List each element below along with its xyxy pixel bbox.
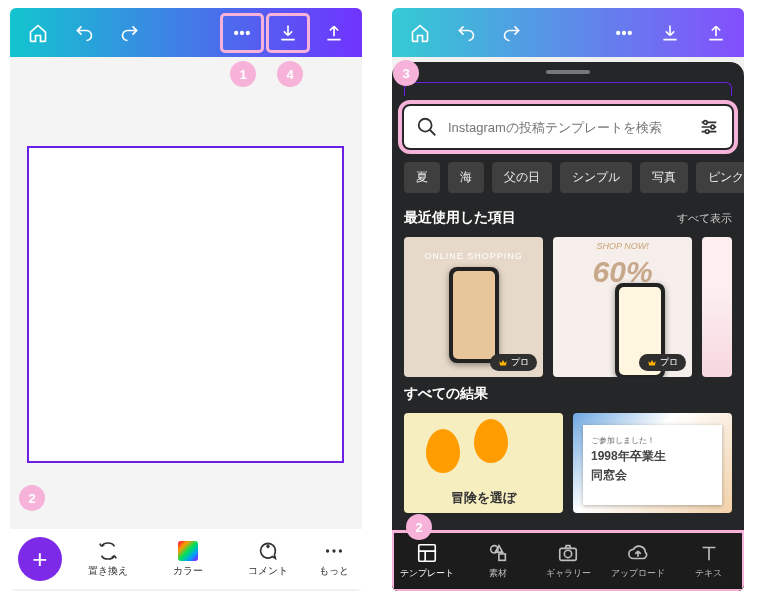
section-title: 最近使用した項目: [404, 209, 516, 227]
drag-handle[interactable]: [546, 70, 590, 74]
search-icon: [416, 116, 438, 138]
section-title: すべての結果: [404, 385, 488, 403]
pro-badge: プロ: [639, 354, 686, 371]
svg-point-5: [339, 549, 342, 552]
balloon-icon: [426, 429, 460, 473]
topbar: [10, 8, 362, 57]
more-icon[interactable]: [604, 15, 644, 51]
callout-2-right: 2: [406, 514, 432, 540]
nav-text[interactable]: テキス: [674, 531, 744, 591]
editor-screen: + 置き換え カラー コメント もっと: [10, 8, 362, 591]
home-icon[interactable]: [18, 15, 58, 51]
share-icon[interactable]: [696, 15, 736, 51]
add-button[interactable]: +: [18, 537, 62, 581]
nav-elements[interactable]: 素材: [462, 531, 532, 591]
redo-icon[interactable]: [110, 15, 150, 51]
color-icon: [177, 540, 199, 562]
callout-3: 3: [393, 60, 419, 86]
bottom-toolbar: + 置き換え カラー コメント もっと: [10, 529, 362, 589]
topbar: [392, 8, 744, 57]
share-icon[interactable]: [314, 15, 354, 51]
text-icon: [698, 542, 720, 564]
chip[interactable]: ピンク: [696, 162, 744, 193]
svg-point-4: [332, 549, 335, 552]
bottom-nav: テンプレート 素材 ギャラリー アップロード テキス: [392, 531, 744, 591]
template-thumb[interactable]: ONLINE SHOPPING プロ: [404, 237, 543, 377]
undo-icon[interactable]: [64, 15, 104, 51]
section-results: すべての結果 冒険を選ぼ ご参加しました！ 1998年卒業生 同窓会: [392, 377, 744, 513]
swap-icon: [97, 540, 119, 562]
chip[interactable]: 海: [448, 162, 484, 193]
chip[interactable]: 夏: [404, 162, 440, 193]
svg-point-12: [705, 130, 709, 134]
undo-icon[interactable]: [446, 15, 486, 51]
templates-screen: 夏 海 父の日 シンプル 写真 ピンク 最近使用した項目 すべて表示 ONLIN…: [392, 8, 744, 591]
balloon-icon: [474, 419, 508, 463]
callout-4: 4: [277, 61, 303, 87]
nav-templates[interactable]: テンプレート: [392, 531, 462, 591]
svg-point-11: [711, 125, 715, 129]
toolbar-item-color[interactable]: カラー: [155, 540, 221, 578]
more-icon[interactable]: [222, 15, 262, 51]
comment-icon: [257, 540, 279, 562]
template-icon: [416, 542, 438, 564]
see-all-link[interactable]: すべて表示: [677, 211, 732, 226]
download-icon[interactable]: [650, 15, 690, 51]
search-input[interactable]: [448, 120, 688, 135]
chip[interactable]: 父の日: [492, 162, 552, 193]
home-icon[interactable]: [400, 15, 440, 51]
canvas-area: [10, 57, 362, 529]
svg-point-10: [704, 121, 708, 125]
svg-point-0: [235, 31, 238, 34]
section-recent: 最近使用した項目 すべて表示 ONLINE SHOPPING プロ SHOP N…: [392, 201, 744, 377]
svg-point-8: [629, 31, 632, 34]
nav-upload[interactable]: アップロード: [603, 531, 673, 591]
upload-icon: [627, 542, 649, 564]
toolbar-item-swap[interactable]: 置き換え: [76, 540, 142, 578]
ellipsis-icon: [323, 540, 345, 562]
camera-icon: [557, 542, 579, 564]
callout-2-left: 2: [19, 485, 45, 511]
filter-icon[interactable]: [698, 116, 720, 138]
svg-point-9: [419, 119, 432, 132]
svg-point-6: [617, 31, 620, 34]
phone-mock-icon: [449, 267, 499, 363]
template-thumb[interactable]: SHOP NOW! 60% プロ: [553, 237, 692, 377]
svg-point-1: [241, 31, 244, 34]
toolbar-item-comment[interactable]: コメント: [235, 540, 301, 578]
svg-rect-15: [499, 554, 505, 560]
toolbar-item-more[interactable]: もっと: [314, 540, 354, 578]
templates-panel: 夏 海 父の日 シンプル 写真 ピンク 最近使用した項目 すべて表示 ONLIN…: [392, 62, 744, 591]
template-thumb[interactable]: ご参加しました！ 1998年卒業生 同窓会: [573, 413, 732, 513]
svg-point-17: [564, 550, 571, 557]
canvas-artboard[interactable]: [28, 147, 343, 462]
template-thumb[interactable]: 冒険を選ぼ: [404, 413, 563, 513]
template-thumb[interactable]: [702, 237, 732, 377]
pro-badge: プロ: [490, 354, 537, 371]
elements-icon: [487, 542, 509, 564]
svg-point-7: [623, 31, 626, 34]
nav-gallery[interactable]: ギャラリー: [533, 531, 603, 591]
svg-point-3: [326, 549, 329, 552]
panel-accent: [404, 82, 732, 96]
search-bar[interactable]: [404, 106, 732, 148]
filter-chips: 夏 海 父の日 シンプル 写真 ピンク: [392, 148, 744, 201]
svg-rect-13: [419, 545, 436, 562]
callout-1: 1: [230, 61, 256, 87]
download-icon[interactable]: [268, 15, 308, 51]
svg-point-2: [247, 31, 250, 34]
chip[interactable]: 写真: [640, 162, 688, 193]
redo-icon[interactable]: [492, 15, 532, 51]
chip[interactable]: シンプル: [560, 162, 632, 193]
